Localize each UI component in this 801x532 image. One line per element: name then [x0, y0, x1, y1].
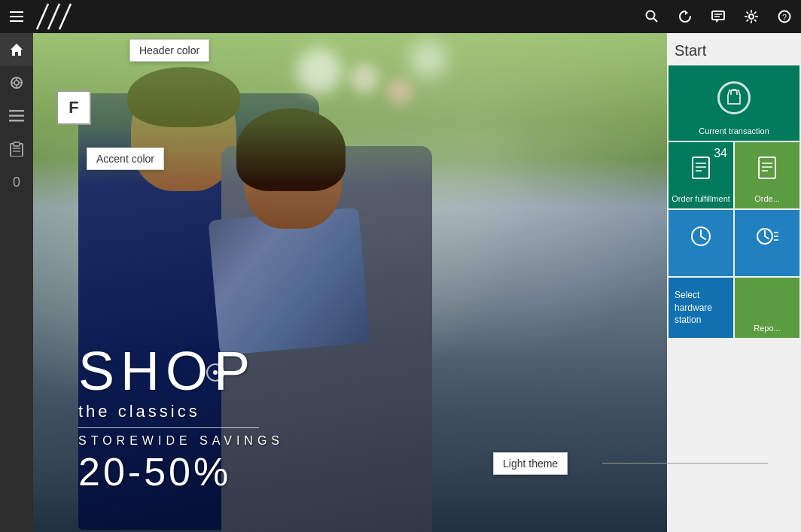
order-fulfillment-badge: 34: [714, 147, 727, 160]
tile-order-right-label: Orde...: [735, 193, 799, 204]
shop-savings: storewide savings: [78, 434, 284, 448]
bag-icon: [717, 81, 751, 114]
hamburger-button[interactable]: [0, 0, 33, 33]
shop-title: SHOP: [78, 344, 284, 398]
svg-line-4: [48, 4, 59, 29]
search-button[interactable]: [635, 0, 669, 33]
svg-rect-30: [693, 157, 709, 178]
svg-point-13: [749, 14, 754, 19]
svg-rect-27: [14, 142, 20, 146]
svg-rect-0: [10, 11, 23, 13]
svg-line-40: [701, 236, 705, 239]
svg-rect-9: [712, 11, 724, 20]
svg-marker-10: [715, 20, 719, 23]
svg-point-18: [14, 81, 19, 85]
sidebar-item-menu[interactable]: [0, 99, 33, 132]
top-bar-right: ?: [635, 0, 801, 33]
shop-text: SHOP the classics storewide savings 20-5…: [78, 344, 284, 494]
light-theme-tooltip: Light theme: [493, 452, 568, 475]
svg-point-6: [647, 11, 655, 20]
map-pin: [206, 363, 224, 382]
svg-rect-24: [9, 115, 24, 117]
svg-rect-23: [9, 110, 24, 112]
svg-line-5: [59, 4, 71, 29]
light-theme-line: [602, 463, 768, 464]
svg-rect-1: [10, 16, 23, 17]
sidebar-count-label: 0: [13, 175, 20, 190]
top-bar-left: [0, 0, 319, 33]
svg-rect-25: [9, 120, 24, 122]
sidebar-item-orders[interactable]: [0, 132, 33, 166]
svg-text:?: ?: [782, 13, 787, 22]
tile-clock2[interactable]: [735, 210, 799, 276]
tile-order-fulfillment-label: Order fulfillment: [669, 193, 733, 204]
shop-percent: 20-50%: [78, 449, 284, 494]
store-logo: [33, 0, 319, 33]
clock-list-icon: [756, 225, 778, 248]
tile-clock1[interactable]: [669, 210, 733, 276]
header-color-tooltip: Header color: [129, 39, 209, 62]
svg-marker-8: [685, 11, 688, 15]
tile-report-label: Repo...: [735, 323, 799, 333]
tile-current-transaction[interactable]: Current transaction: [669, 65, 799, 141]
sidebar: 0: [0, 33, 33, 532]
tile-hardware-label: Select hardware station: [669, 283, 733, 333]
tile-order-fulfillment[interactable]: 34 Order fulfillment: [669, 142, 733, 208]
accent-color-tooltip: Accent color: [87, 147, 164, 170]
f-icon: F: [56, 90, 91, 125]
top-bar: ?: [0, 0, 801, 33]
svg-rect-2: [10, 20, 23, 22]
svg-marker-16: [11, 44, 23, 56]
help-button[interactable]: ?: [768, 0, 801, 33]
main-content: SHOP the classics storewide savings 20-5…: [33, 33, 667, 532]
shop-subtitle: the classics: [78, 402, 284, 421]
document-icon-2: [757, 157, 778, 181]
sidebar-item-count[interactable]: 0: [0, 166, 33, 199]
panel-title: Start: [667, 33, 801, 65]
sidebar-item-catalog[interactable]: [0, 66, 33, 99]
tile-report[interactable]: Repo...: [735, 278, 799, 338]
refresh-button[interactable]: [669, 0, 702, 33]
svg-line-3: [37, 4, 48, 29]
tiles-grid: Current transaction 34 Order fulfillment…: [667, 65, 801, 338]
comment-button[interactable]: [702, 0, 735, 33]
settings-button[interactable]: [735, 0, 768, 33]
svg-line-43: [765, 236, 769, 239]
tile-select-hardware[interactable]: Select hardware station: [669, 278, 733, 338]
svg-line-7: [653, 18, 657, 22]
tile-current-transaction-label: Current transaction: [669, 126, 799, 136]
document-icon: [690, 157, 711, 181]
clock-icon: [690, 225, 712, 248]
sidebar-item-home[interactable]: [0, 33, 33, 66]
right-panel: Start Current transaction 34 Order fulfi…: [667, 33, 801, 532]
svg-rect-34: [759, 157, 775, 178]
tile-order-right[interactable]: Orde...: [735, 142, 799, 208]
